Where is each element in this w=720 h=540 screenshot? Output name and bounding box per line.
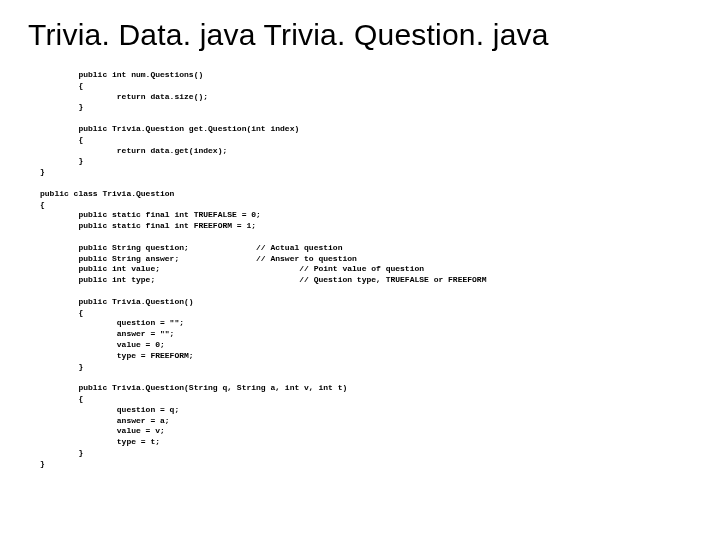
code-block: public int num.Questions() { return data… — [28, 70, 692, 469]
slide: Trivia. Data. java Trivia. Question. jav… — [0, 0, 720, 540]
page-title: Trivia. Data. java Trivia. Question. jav… — [28, 18, 692, 52]
